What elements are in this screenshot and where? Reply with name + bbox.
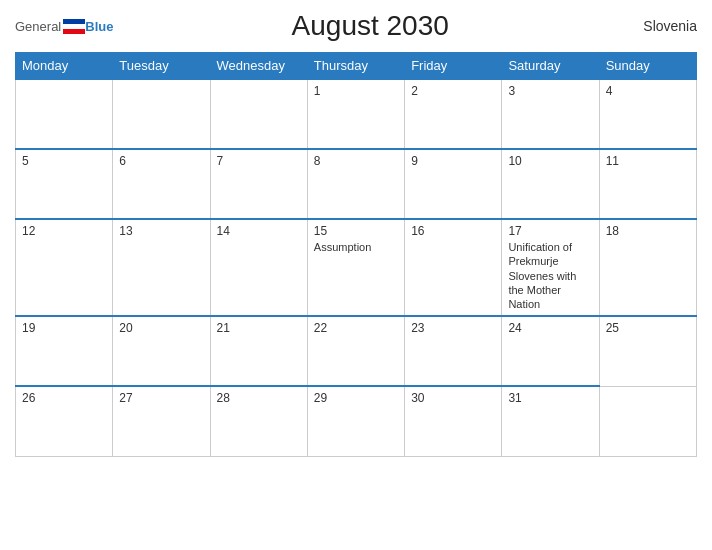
day-number: 22	[314, 321, 398, 335]
day-number: 8	[314, 154, 398, 168]
day-number: 10	[508, 154, 592, 168]
calendar-cell: 20	[113, 316, 210, 386]
svg-rect-2	[63, 29, 85, 34]
calendar-cell: 12	[16, 219, 113, 316]
calendar-cell: 22	[307, 316, 404, 386]
calendar-cell	[16, 79, 113, 149]
day-number: 31	[508, 391, 592, 405]
calendar-cell: 1	[307, 79, 404, 149]
logo-flag-icon	[63, 19, 85, 34]
svg-rect-1	[63, 24, 85, 29]
day-number: 4	[606, 84, 690, 98]
day-number: 26	[22, 391, 106, 405]
calendar-cell: 17Unification of Prekmurje Slovenes with…	[502, 219, 599, 316]
day-number: 2	[411, 84, 495, 98]
calendar-header-row: MondayTuesdayWednesdayThursdayFridaySatu…	[16, 53, 697, 80]
weekday-header-monday: Monday	[16, 53, 113, 80]
weekday-header-sunday: Sunday	[599, 53, 696, 80]
day-number: 15	[314, 224, 398, 238]
calendar-week-row: 1234	[16, 79, 697, 149]
day-number: 29	[314, 391, 398, 405]
calendar-cell: 14	[210, 219, 307, 316]
calendar-cell: 16	[405, 219, 502, 316]
day-number: 18	[606, 224, 690, 238]
event-label: Assumption	[314, 241, 371, 253]
logo: General Blue	[15, 19, 113, 34]
day-number: 7	[217, 154, 301, 168]
calendar-cell: 27	[113, 386, 210, 456]
calendar-week-row: 262728293031	[16, 386, 697, 456]
calendar-week-row: 567891011	[16, 149, 697, 219]
logo-general-text: General	[15, 19, 61, 34]
day-number: 23	[411, 321, 495, 335]
calendar-cell: 21	[210, 316, 307, 386]
weekday-header-thursday: Thursday	[307, 53, 404, 80]
day-number: 1	[314, 84, 398, 98]
day-number: 13	[119, 224, 203, 238]
day-number: 14	[217, 224, 301, 238]
calendar-cell: 5	[16, 149, 113, 219]
calendar-cell: 24	[502, 316, 599, 386]
day-number: 27	[119, 391, 203, 405]
page-header: General Blue August 2030 Slovenia	[15, 10, 697, 42]
calendar-cell	[210, 79, 307, 149]
day-number: 9	[411, 154, 495, 168]
day-number: 6	[119, 154, 203, 168]
weekday-header-wednesday: Wednesday	[210, 53, 307, 80]
day-number: 12	[22, 224, 106, 238]
calendar-cell: 11	[599, 149, 696, 219]
month-title: August 2030	[113, 10, 627, 42]
calendar-cell: 29	[307, 386, 404, 456]
day-number: 21	[217, 321, 301, 335]
calendar-cell: 4	[599, 79, 696, 149]
day-number: 5	[22, 154, 106, 168]
day-number: 20	[119, 321, 203, 335]
page-container: General Blue August 2030 Slovenia Monday…	[0, 0, 712, 550]
day-number: 24	[508, 321, 592, 335]
calendar-cell: 8	[307, 149, 404, 219]
calendar-table: MondayTuesdayWednesdayThursdayFridaySatu…	[15, 52, 697, 457]
calendar-cell: 13	[113, 219, 210, 316]
calendar-cell: 9	[405, 149, 502, 219]
calendar-cell: 7	[210, 149, 307, 219]
day-number: 30	[411, 391, 495, 405]
svg-rect-0	[63, 19, 85, 24]
day-number: 11	[606, 154, 690, 168]
calendar-cell: 19	[16, 316, 113, 386]
weekday-header-saturday: Saturday	[502, 53, 599, 80]
calendar-cell: 2	[405, 79, 502, 149]
weekday-header-tuesday: Tuesday	[113, 53, 210, 80]
weekday-header-friday: Friday	[405, 53, 502, 80]
day-number: 3	[508, 84, 592, 98]
calendar-cell: 28	[210, 386, 307, 456]
calendar-cell: 23	[405, 316, 502, 386]
logo-blue-text: Blue	[85, 19, 113, 34]
event-label: Unification of Prekmurje Slovenes with t…	[508, 241, 576, 310]
calendar-cell	[113, 79, 210, 149]
calendar-cell: 26	[16, 386, 113, 456]
day-number: 25	[606, 321, 690, 335]
calendar-cell: 3	[502, 79, 599, 149]
calendar-cell: 10	[502, 149, 599, 219]
calendar-week-row: 12131415Assumption1617Unification of Pre…	[16, 219, 697, 316]
calendar-cell: 31	[502, 386, 599, 456]
country-label: Slovenia	[627, 18, 697, 34]
day-number: 28	[217, 391, 301, 405]
day-number: 16	[411, 224, 495, 238]
calendar-cell: 6	[113, 149, 210, 219]
calendar-cell: 25	[599, 316, 696, 386]
calendar-cell: 15Assumption	[307, 219, 404, 316]
calendar-cell	[599, 386, 696, 456]
day-number: 17	[508, 224, 592, 238]
day-number: 19	[22, 321, 106, 335]
calendar-cell: 30	[405, 386, 502, 456]
calendar-cell: 18	[599, 219, 696, 316]
calendar-week-row: 19202122232425	[16, 316, 697, 386]
